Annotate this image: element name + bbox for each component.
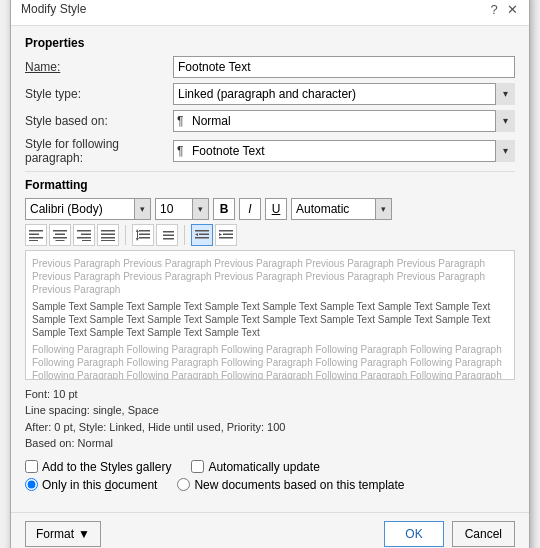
underline-button[interactable]: U: [265, 198, 287, 220]
desc-line2: Line spacing: single, Space: [25, 402, 515, 419]
svg-rect-16: [139, 230, 150, 232]
only-document-text: Only in this document: [42, 478, 157, 492]
font-name-arrow[interactable]: ▾: [135, 198, 151, 220]
style-based-select[interactable]: Normal: [173, 110, 515, 132]
formatting-section-label: Formatting: [25, 178, 515, 192]
svg-rect-15: [101, 240, 115, 241]
svg-rect-11: [82, 240, 91, 241]
align-right-button[interactable]: [73, 224, 95, 246]
align-justify-button[interactable]: [97, 224, 119, 246]
svg-rect-18: [139, 237, 150, 239]
svg-marker-19: [136, 229, 139, 241]
ok-button[interactable]: OK: [384, 521, 443, 547]
svg-rect-7: [56, 240, 65, 241]
preview-sample-text: Sample Text Sample Text Sample Text Samp…: [32, 300, 508, 339]
title-controls: ? ✕: [487, 2, 519, 16]
new-documents-text: New documents based on this template: [194, 478, 404, 492]
indent-increase-button[interactable]: [215, 224, 237, 246]
help-button[interactable]: ?: [487, 2, 501, 16]
style-following-label: Style for following paragraph:: [25, 137, 173, 165]
add-to-gallery-label[interactable]: Add to the Styles gallery: [25, 460, 171, 474]
font-size-wrapper: 10 ▾: [155, 198, 209, 220]
font-size-select[interactable]: 10: [155, 198, 193, 220]
desc-line1: Font: 10 pt: [25, 386, 515, 403]
svg-rect-6: [53, 237, 67, 239]
svg-rect-24: [199, 233, 209, 235]
name-row: Name:: [25, 56, 515, 78]
indent-decrease-button[interactable]: [191, 224, 213, 246]
svg-rect-2: [29, 237, 43, 239]
formatting-toolbar: Calibri (Body) ▾ 10 ▾ B I U Automatic: [25, 198, 515, 220]
font-name-wrapper: Calibri (Body) ▾: [25, 198, 151, 220]
svg-rect-25: [195, 237, 209, 239]
section-divider: [25, 171, 515, 172]
style-following-select[interactable]: Footnote Text: [173, 140, 515, 162]
preview-previous-text: Previous Paragraph Previous Paragraph Pr…: [32, 257, 508, 296]
font-size-arrow[interactable]: ▾: [193, 198, 209, 220]
svg-rect-23: [195, 230, 209, 232]
new-documents-radio[interactable]: [177, 478, 190, 491]
style-type-select-wrapper: Linked (paragraph and character) ▾: [173, 83, 515, 105]
auto-update-text: Automatically update: [208, 460, 319, 474]
svg-rect-9: [81, 233, 91, 235]
svg-rect-3: [29, 240, 38, 241]
desc-line3: After: 0 pt, Style: Linked, Hide until u…: [25, 419, 515, 436]
auto-update-checkbox[interactable]: [191, 460, 204, 473]
paragraph-spacing-button[interactable]: [156, 224, 178, 246]
cancel-button[interactable]: Cancel: [452, 521, 515, 547]
format-button-label: Format: [36, 527, 74, 541]
name-input[interactable]: [173, 56, 515, 78]
style-based-label: Style based on:: [25, 114, 173, 128]
preview-following-text: Following Paragraph Following Paragraph …: [32, 343, 508, 380]
close-button[interactable]: ✕: [505, 2, 519, 16]
svg-marker-26: [195, 233, 198, 236]
new-documents-label[interactable]: New documents based on this template: [177, 478, 404, 492]
properties-section-label: Properties: [25, 36, 515, 50]
svg-rect-12: [101, 230, 115, 232]
style-type-label: Style type:: [25, 87, 173, 101]
svg-rect-21: [163, 234, 174, 236]
svg-marker-30: [219, 233, 222, 236]
font-color-select[interactable]: Automatic: [291, 198, 376, 220]
add-to-gallery-text: Add to the Styles gallery: [42, 460, 171, 474]
name-label: Name:: [25, 60, 173, 74]
svg-rect-20: [163, 231, 174, 233]
auto-update-label[interactable]: Automatically update: [191, 460, 319, 474]
bottom-bar: Format ▼ OK Cancel: [11, 512, 529, 549]
style-following-select-wrapper: Footnote Text ¶ ▾: [173, 140, 515, 162]
svg-rect-27: [219, 230, 233, 232]
style-based-row: Style based on: Normal ¶ ▾: [25, 110, 515, 132]
italic-button[interactable]: I: [239, 198, 261, 220]
format-button[interactable]: Format ▼: [25, 521, 101, 547]
dialog-body: Properties Name: Style type: Linked (par…: [11, 26, 529, 512]
style-following-row: Style for following paragraph: Footnote …: [25, 137, 515, 165]
preview-box: Previous Paragraph Previous Paragraph Pr…: [25, 250, 515, 380]
align-left-button[interactable]: [25, 224, 47, 246]
title-bar: Modify Style ? ✕: [11, 0, 529, 26]
action-buttons: OK Cancel: [384, 521, 515, 547]
bold-button[interactable]: B: [213, 198, 235, 220]
format-button-arrow: ▼: [78, 527, 90, 541]
font-color-arrow[interactable]: ▾: [376, 198, 392, 220]
only-document-underline: d: [105, 478, 112, 492]
alignment-toolbar: [25, 224, 515, 246]
svg-rect-1: [29, 233, 39, 235]
checkbox-row: Add to the Styles gallery Automatically …: [25, 460, 515, 474]
add-to-gallery-checkbox[interactable]: [25, 460, 38, 473]
svg-rect-22: [163, 238, 174, 240]
only-document-radio[interactable]: [25, 478, 38, 491]
svg-rect-0: [29, 230, 43, 232]
font-color-wrapper: Automatic ▾: [291, 198, 392, 220]
toolbar-separator-2: [184, 225, 185, 245]
style-type-row: Style type: Linked (paragraph and charac…: [25, 83, 515, 105]
svg-rect-28: [223, 233, 233, 235]
dialog-title: Modify Style: [21, 2, 86, 16]
style-type-select[interactable]: Linked (paragraph and character): [173, 83, 515, 105]
align-center-button[interactable]: [49, 224, 71, 246]
style-based-select-wrapper: Normal ¶ ▾: [173, 110, 515, 132]
line-spacing-button[interactable]: [132, 224, 154, 246]
svg-rect-4: [53, 230, 67, 232]
svg-rect-14: [101, 237, 115, 239]
only-document-label[interactable]: Only in this document: [25, 478, 157, 492]
font-name-select[interactable]: Calibri (Body): [25, 198, 135, 220]
